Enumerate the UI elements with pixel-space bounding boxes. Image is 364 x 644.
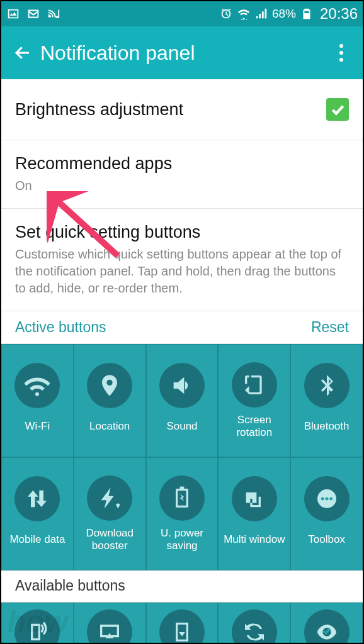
battery-percent: 68% (272, 7, 296, 21)
picture-icon (6, 7, 20, 21)
hotspot-icon (14, 609, 60, 644)
sync-icon (232, 609, 277, 644)
qs-wifi[interactable]: Wi-Fi (1, 344, 74, 457)
qs-location[interactable]: Location (74, 344, 146, 457)
qs-label: Screen rotation (220, 414, 288, 438)
qs-toolbox[interactable]: Toolbox (290, 457, 363, 570)
nfc-icon (159, 609, 205, 644)
mirroring-icon (87, 609, 132, 644)
row-subtitle: Customise which quick setting buttons ap… (15, 246, 349, 297)
wifi-status-icon (237, 7, 251, 21)
smartstay-icon (304, 609, 350, 644)
location-icon (87, 363, 132, 408)
signal-icon (254, 7, 268, 21)
qs-bluetooth[interactable]: Bluetooth (290, 344, 363, 457)
qs-booster[interactable]: Download booster (74, 457, 146, 570)
row-title: Brightness adjustment (15, 100, 183, 119)
qs-nfc[interactable] (146, 602, 219, 644)
status-bar: 68% 20:36 (1, 1, 363, 26)
row-recommended-apps[interactable]: Recommended apps On (1, 140, 363, 209)
mail-icon (26, 7, 40, 21)
overflow-menu-button[interactable] (327, 39, 355, 67)
toolbox-icon (304, 476, 350, 521)
qs-mirroring[interactable] (74, 602, 146, 644)
qs-hotspot[interactable] (1, 602, 74, 644)
clock-text: 20:36 (320, 5, 358, 23)
alarm-icon (219, 7, 233, 21)
powersave-icon (159, 475, 205, 521)
qs-label: U. power saving (148, 527, 217, 552)
row-title: Set quick setting buttons (15, 223, 349, 242)
qs-powersave[interactable]: U. power saving (146, 457, 219, 570)
checkbox-checked-icon[interactable] (326, 98, 349, 121)
rotation-icon (232, 362, 277, 408)
qs-smartstay[interactable] (290, 602, 363, 644)
qs-label: Sound (166, 414, 197, 438)
qs-mobiledata[interactable]: Mobile data (1, 457, 74, 570)
qs-sound[interactable]: Sound (146, 344, 219, 457)
qs-label: Multi window (224, 528, 285, 552)
wifi-icon (14, 363, 60, 408)
back-button[interactable] (9, 39, 37, 67)
available-buttons-grid (1, 602, 363, 644)
row-title: Recommended apps (15, 154, 349, 174)
active-buttons-grid: Wi-FiLocationSoundScreen rotationBluetoo… (1, 344, 363, 570)
row-subtitle: On (15, 177, 349, 194)
reset-button[interactable]: Reset (311, 319, 349, 336)
qs-rotation[interactable]: Screen rotation (218, 344, 290, 457)
booster-icon (87, 475, 132, 521)
qs-sync[interactable] (218, 602, 290, 644)
active-buttons-label: Active buttons (15, 319, 106, 336)
row-set-quick-setting-buttons: Set quick setting buttons Customise whic… (1, 209, 363, 311)
qs-label: Download booster (76, 527, 144, 552)
multiwindow-icon (232, 476, 277, 521)
cast-icon (47, 7, 60, 21)
qs-label: Mobile data (9, 528, 65, 552)
available-buttons-label: Available buttons (15, 577, 125, 594)
qs-label: Location (89, 414, 130, 438)
page-title: Notification panel (40, 42, 327, 65)
available-buttons-header: Available buttons (1, 570, 363, 602)
qs-label: Bluetooth (304, 414, 350, 438)
mobiledata-icon (14, 476, 60, 521)
sound-icon (159, 363, 205, 408)
qs-multiwindow[interactable]: Multi window (218, 457, 290, 570)
battery-icon (300, 7, 314, 21)
qs-label: Toolbox (308, 528, 345, 552)
app-bar: Notification panel (1, 26, 363, 79)
qs-label: Wi-Fi (25, 414, 50, 438)
active-buttons-header: Active buttons Reset (1, 311, 363, 344)
bluetooth-icon (304, 363, 350, 408)
row-brightness-adjustment[interactable]: Brightness adjustment (1, 79, 363, 140)
